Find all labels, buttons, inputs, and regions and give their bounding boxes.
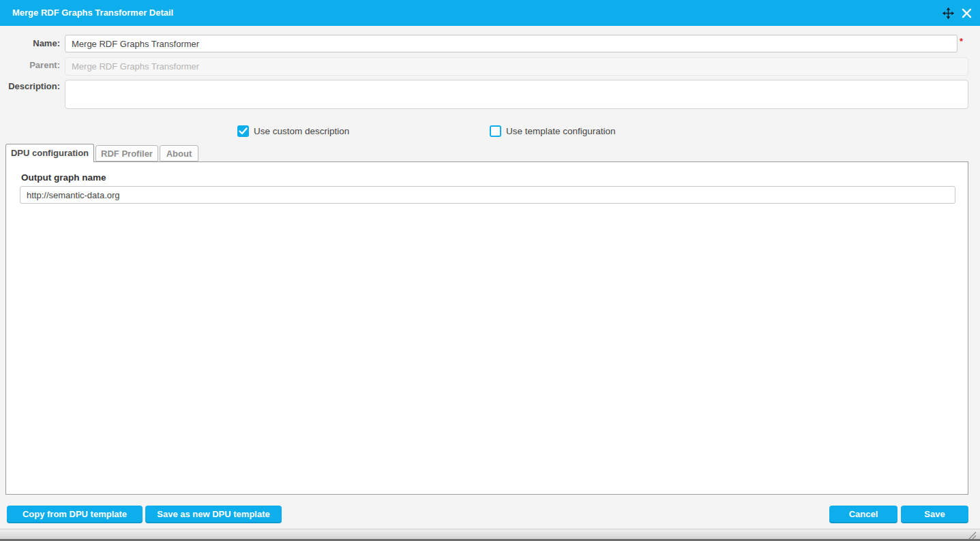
tab-about[interactable]: About [160,145,198,161]
parent-input [65,57,968,76]
name-input[interactable] [65,35,957,52]
use-custom-description-label[interactable]: Use custom description [254,125,349,137]
move-icon[interactable] [942,7,955,20]
dialog-titlebar: Merge RDF Graphs Transformer Detail [0,0,980,26]
use-template-configuration-label[interactable]: Use template configuration [506,125,616,137]
status-bar [0,529,980,539]
name-label: Name: [0,35,60,52]
output-graph-name-label: Output graph name [21,172,106,183]
use-custom-description-checkbox[interactable] [237,125,249,137]
save-as-new-dpu-template-button[interactable]: Save as new DPU template [145,506,282,523]
dpu-configuration-panel: Output graph name [5,161,968,495]
tab-rdf-profiler[interactable]: RDF Profiler [95,145,158,161]
checkmark-icon [237,125,249,137]
cancel-button[interactable]: Cancel [829,506,897,523]
parent-label: Parent: [0,57,60,74]
description-textarea[interactable] [65,80,968,109]
resize-handle-icon[interactable] [968,530,977,539]
use-template-configuration-checkbox[interactable] [490,125,501,137]
required-asterisk: * [960,36,963,46]
output-graph-name-input[interactable] [20,186,955,204]
close-icon[interactable] [960,7,973,20]
dpu-detail-dialog: Merge RDF Graphs Transformer Detail Name… [0,0,980,541]
dialog-title: Merge RDF Graphs Transformer Detail [12,0,173,26]
description-label: Description: [0,80,60,93]
save-button[interactable]: Save [901,506,968,523]
tab-dpu-configuration[interactable]: DPU configuration [5,144,94,162]
copy-from-dpu-template-button[interactable]: Copy from DPU template [7,506,143,523]
